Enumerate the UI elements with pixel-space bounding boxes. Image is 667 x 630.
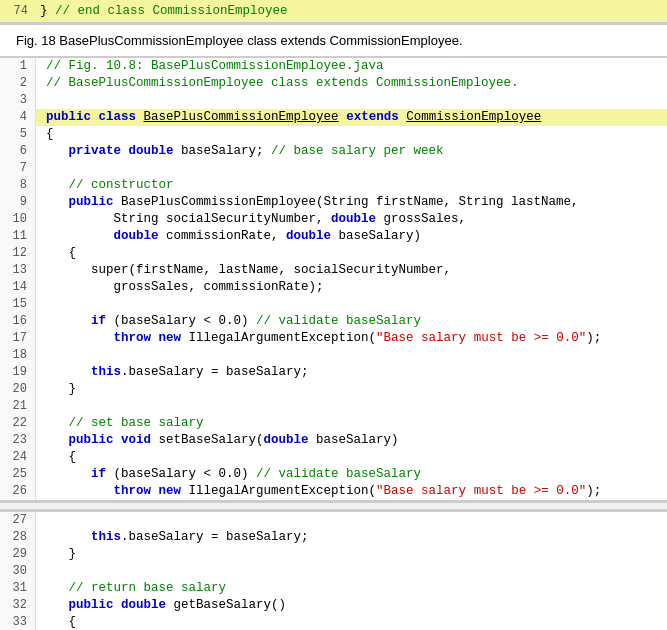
token <box>46 314 91 328</box>
token <box>114 598 122 612</box>
token: getBaseSalary() <box>166 598 286 612</box>
code-line: 4public class BasePlusCommissionEmployee… <box>0 109 667 126</box>
code-line: 8 // constructor <box>0 177 667 194</box>
line-content: this.baseSalary = baseSalary; <box>42 529 667 546</box>
token: public <box>69 195 114 209</box>
fig-caption: Fig. 18 BasePlusCommissionEmployee class… <box>0 25 667 56</box>
token <box>339 110 347 124</box>
code-line: 3 <box>0 92 667 109</box>
line-number: 7 <box>0 160 36 177</box>
token <box>46 195 69 209</box>
token: throw <box>114 331 152 345</box>
code-line: 10 String socialSecurityNumber, double g… <box>0 211 667 228</box>
top-line-code: } // end class CommissionEmployee <box>40 4 288 18</box>
token: public <box>46 110 91 124</box>
line-number: 14 <box>0 279 36 296</box>
token: // constructor <box>69 178 174 192</box>
token: .baseSalary = baseSalary; <box>121 365 309 379</box>
line-content: // Fig. 10.8: BasePlusCommissionEmployee… <box>42 58 667 75</box>
code-line: 7 <box>0 160 667 177</box>
code-line: 17 throw new IllegalArgumentException("B… <box>0 330 667 347</box>
token: IllegalArgumentException( <box>181 484 376 498</box>
token <box>114 433 122 447</box>
line-number: 15 <box>0 296 36 313</box>
token: IllegalArgumentException( <box>181 331 376 345</box>
code-line: 31 // return base salary <box>0 580 667 597</box>
token: void <box>121 433 151 447</box>
line-number: 9 <box>0 194 36 211</box>
line-content: grossSales, commissionRate); <box>42 279 667 296</box>
code-block-1: 1// Fig. 10.8: BasePlusCommissionEmploye… <box>0 58 667 500</box>
line-number: 23 <box>0 432 36 449</box>
code-line: 15 <box>0 296 667 313</box>
token <box>46 331 114 345</box>
token <box>136 110 144 124</box>
top-line-num: 74 <box>8 4 36 18</box>
token: public <box>69 433 114 447</box>
line-number: 30 <box>0 563 36 580</box>
token: // set base salary <box>69 416 204 430</box>
token: extends <box>346 110 399 124</box>
line-number: 3 <box>0 92 36 109</box>
line-number: 27 <box>0 512 36 529</box>
line-content: if (baseSalary < 0.0) // validate baseSa… <box>42 313 667 330</box>
token <box>46 484 114 498</box>
token: "Base salary must be >= 0.0" <box>376 331 586 345</box>
line-number: 31 <box>0 580 36 597</box>
line-content: { <box>42 614 667 630</box>
line-number: 32 <box>0 597 36 614</box>
token: String socialSecurityNumber, <box>46 212 331 226</box>
line-content: // BasePlusCommissionEmployee class exte… <box>42 75 667 92</box>
token: if <box>91 314 106 328</box>
token: if <box>91 467 106 481</box>
top-bar-line: 74 } // end class CommissionEmployee <box>8 4 288 18</box>
token: grossSales, commissionRate); <box>46 280 324 294</box>
token: { <box>46 127 54 141</box>
token: { <box>46 246 76 260</box>
token <box>46 365 91 379</box>
line-content: if (baseSalary < 0.0) // validate baseSa… <box>42 466 667 483</box>
code-line: 23 public void setBaseSalary(double base… <box>0 432 667 449</box>
token: private <box>69 144 122 158</box>
code-line: 33 { <box>0 614 667 630</box>
token: { <box>46 450 76 464</box>
token: throw <box>114 484 152 498</box>
code-line: 13 super(firstName, lastName, socialSecu… <box>0 262 667 279</box>
code-line: 29 } <box>0 546 667 563</box>
line-content: { <box>42 449 667 466</box>
code-line: 18 <box>0 347 667 364</box>
line-number: 19 <box>0 364 36 381</box>
line-number: 2 <box>0 75 36 92</box>
line-content: public BasePlusCommissionEmployee(String… <box>42 194 667 211</box>
line-content: public double getBaseSalary() <box>42 597 667 614</box>
code-line: 1// Fig. 10.8: BasePlusCommissionEmploye… <box>0 58 667 75</box>
code-line: 26 throw new IllegalArgumentException("B… <box>0 483 667 500</box>
token <box>151 331 159 345</box>
code-line: 32 public double getBaseSalary() <box>0 597 667 614</box>
scroll-gap <box>0 502 667 510</box>
code-line: 19 this.baseSalary = baseSalary; <box>0 364 667 381</box>
line-content: super(firstName, lastName, socialSecurit… <box>42 262 667 279</box>
line-number: 26 <box>0 483 36 500</box>
token: // Fig. 10.8: BasePlusCommissionEmployee… <box>46 59 384 73</box>
code-line: 20 } <box>0 381 667 398</box>
token: super(firstName, lastName, socialSecurit… <box>46 263 451 277</box>
code-line: 2// BasePlusCommissionEmployee class ext… <box>0 75 667 92</box>
top-bar: 74 } // end class CommissionEmployee <box>0 0 667 23</box>
line-number: 5 <box>0 126 36 143</box>
token: // validate baseSalary <box>256 467 421 481</box>
line-content: { <box>42 126 667 143</box>
token <box>91 110 99 124</box>
token: // return base salary <box>69 581 227 595</box>
token: // validate baseSalary <box>256 314 421 328</box>
token: } <box>46 382 76 396</box>
token: commissionRate, <box>159 229 287 243</box>
code-line: 25 if (baseSalary < 0.0) // validate bas… <box>0 466 667 483</box>
token: baseSalary) <box>331 229 421 243</box>
token: (baseSalary < 0.0) <box>106 467 256 481</box>
token: double <box>286 229 331 243</box>
token: baseSalary) <box>309 433 399 447</box>
line-content: // constructor <box>42 177 667 194</box>
token: double <box>121 598 166 612</box>
line-content: { <box>42 245 667 262</box>
